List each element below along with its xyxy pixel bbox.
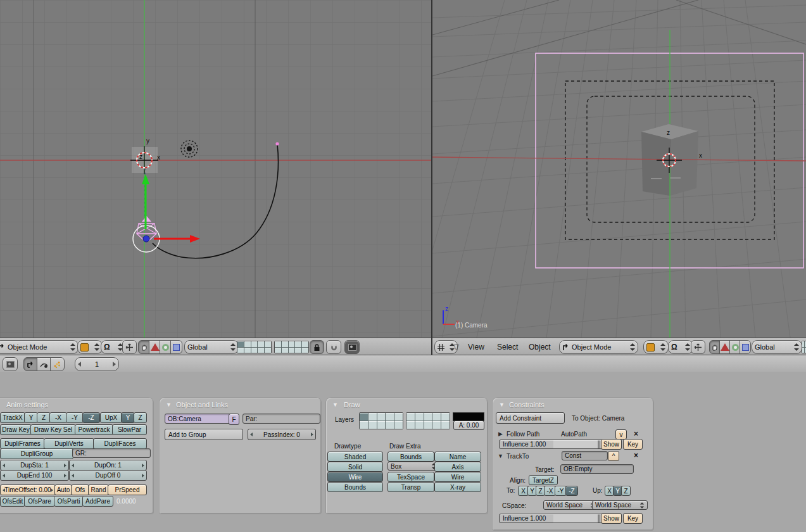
auto-button[interactable]: Auto <box>54 484 72 495</box>
cspace-up-dropdown[interactable]: World Space <box>592 500 648 510</box>
timeoffset-field[interactable]: TimeOffset: 0.00 <box>0 484 56 495</box>
lock-layers-button[interactable] <box>310 340 324 354</box>
mode-dropdown[interactable]: Object Mode <box>0 340 79 354</box>
trackto-influence-slider[interactable]: Influence 1.000 <box>499 514 603 523</box>
up-y-button[interactable]: Y <box>121 412 135 423</box>
manipulator-button[interactable] <box>122 340 137 354</box>
frame-number-field[interactable]: 1 <box>75 357 119 371</box>
trackto-move-up-button[interactable]: ^ <box>608 451 619 461</box>
scale-manipulator-button[interactable] <box>740 340 751 354</box>
drawtype-bounds-button[interactable]: Bounds <box>327 482 383 492</box>
cspace-to-dropdown[interactable]: World Space <box>543 500 598 510</box>
layer-buttons-group1[interactable] <box>237 341 272 353</box>
manipulator-button[interactable] <box>691 340 705 354</box>
up-z-button[interactable]: Z <box>134 412 147 423</box>
upx-button[interactable]: UpX <box>100 412 122 423</box>
followpath-move-down-button[interactable]: v <box>615 429 627 440</box>
passindex-field[interactable]: PassIndex: 0 <box>248 429 316 440</box>
menu-select[interactable]: Select <box>497 343 518 352</box>
layer-buttons-group2[interactable] <box>274 341 309 353</box>
dupliframes-button[interactable]: DupliFrames <box>0 438 45 449</box>
drawtype-solid-button[interactable]: Solid <box>327 462 383 472</box>
dupliverts-button[interactable]: DupliVerts <box>44 438 94 449</box>
ofsedit-button[interactable]: OfsEdit <box>0 496 25 507</box>
followpath-expand-icon[interactable]: ▶ <box>498 431 503 437</box>
parent-field[interactable]: Par: <box>242 414 320 424</box>
trackto-collapse-icon[interactable]: ▼ <box>498 453 503 459</box>
panel-collapse-icon[interactable]: ▼ <box>499 402 505 408</box>
viewport-separator[interactable] <box>431 0 432 355</box>
extra-transp-button[interactable]: Transp <box>387 482 434 492</box>
menu-object[interactable]: Object <box>529 343 551 352</box>
scale-manipulator-button[interactable] <box>170 340 182 354</box>
powertrack-button[interactable]: Powertrack <box>75 424 113 435</box>
dupon-field[interactable]: DupOn: 1 <box>69 460 147 471</box>
track-y-button[interactable]: Y <box>24 412 38 423</box>
frame-increment-icon[interactable] <box>113 362 116 367</box>
extra-axis-button[interactable]: Axis <box>434 462 481 472</box>
extra-xray-button[interactable]: X-ray <box>434 482 481 492</box>
dupoff-field[interactable]: DupOff 0 <box>69 470 147 481</box>
ofsparti-button[interactable]: OfsParti <box>54 496 84 507</box>
alpha-field[interactable]: A: 0.00 <box>453 421 484 430</box>
ob-name-field[interactable]: OB:Camera <box>165 414 234 424</box>
slowpar-button[interactable]: SlowPar <box>112 424 147 435</box>
drawtype-shaded-button[interactable]: Shaded <box>327 452 383 462</box>
target-field[interactable]: OB:Empty <box>560 464 634 474</box>
frame-decrement-icon[interactable] <box>78 362 81 367</box>
ofs-button[interactable]: Ofs <box>71 484 89 495</box>
gr-field[interactable]: GR: <box>72 448 151 458</box>
orientation-dropdown[interactable]: Global <box>752 340 802 354</box>
extra-texspace-button[interactable]: TexSpace <box>387 472 434 482</box>
track-z-button[interactable]: Z <box>37 412 51 423</box>
menu-collapse-icon[interactable]: ▽ <box>453 343 459 352</box>
followpath-name-field[interactable]: AutoPath <box>561 431 587 438</box>
extra-name-button[interactable]: Name <box>434 452 481 462</box>
physics-context-button[interactable] <box>37 357 51 371</box>
draw-key-sel-button[interactable]: Draw Key Sel <box>30 424 76 435</box>
draw-layer-group1[interactable] <box>359 412 403 429</box>
add-constraint-button[interactable]: Add Constraint <box>496 412 565 424</box>
followpath-show-button[interactable]: Show <box>601 439 622 450</box>
trackto-key-button[interactable]: Key <box>623 513 643 524</box>
mode-dropdown[interactable]: Object Mode <box>559 340 638 354</box>
trackto-name-field[interactable]: Const <box>562 451 608 460</box>
track-negz-button[interactable]: -Z <box>82 412 100 423</box>
trackto-show-button[interactable]: Show <box>601 513 622 524</box>
track-negy-button[interactable]: -Y <box>66 412 84 423</box>
viewport-shading-dropdown[interactable] <box>77 340 103 354</box>
menu-view[interactable]: View <box>468 343 484 352</box>
object-context-button[interactable] <box>23 357 38 371</box>
draw-key-button[interactable]: Draw Key <box>0 424 32 435</box>
object-color-swatch[interactable] <box>453 412 484 421</box>
followpath-delete-button[interactable]: × <box>634 430 638 438</box>
layer-buttons-cropped[interactable] <box>802 341 806 353</box>
trackx-button[interactable]: TrackX <box>0 412 25 423</box>
up-z-button[interactable]: Z <box>621 486 631 496</box>
panel-collapse-icon[interactable]: ▼ <box>166 402 172 408</box>
targetz-button[interactable]: TargetZ <box>529 475 558 485</box>
extra-wire-button[interactable]: Wire <box>434 472 481 482</box>
panel-collapse-icon[interactable]: ▼ <box>332 402 338 408</box>
ofspare-button[interactable]: OfsPare <box>24 496 55 507</box>
window-type-button[interactable] <box>3 357 18 371</box>
dupend-field[interactable]: DupEnd 100 <box>0 470 69 481</box>
extra-bounds-button[interactable]: Bounds <box>387 452 434 462</box>
buttons-workspace[interactable]: Anim settings TrackX Y Z -X -Y -Z UpX Y … <box>0 372 806 532</box>
render-preview-button[interactable] <box>344 340 360 354</box>
bounds-type-dropdown[interactable]: Box <box>387 462 439 471</box>
fake-user-button[interactable]: F <box>229 414 239 425</box>
followpath-key-button[interactable]: Key <box>623 439 643 450</box>
to-negz-button[interactable]: -Z <box>565 486 578 496</box>
snap-button[interactable] <box>326 340 341 354</box>
trackto-delete-button[interactable]: × <box>634 452 638 459</box>
prspeed-button[interactable]: PrSpeed <box>108 484 147 495</box>
pivot-dropdown[interactable]: Ω <box>668 340 693 354</box>
drawtype-wire-button[interactable]: Wire <box>327 472 383 482</box>
viewport-left-top-view[interactable]: y x z <box>0 0 431 338</box>
viewport-right-camera-view[interactable]: z x z x (1) Camera <box>432 0 806 338</box>
draw-layer-group2[interactable] <box>406 412 450 429</box>
addpare-button[interactable]: AddPare <box>82 496 113 507</box>
add-to-group-button[interactable]: Add to Group <box>165 429 243 440</box>
orientation-dropdown[interactable]: Global <box>184 340 239 354</box>
